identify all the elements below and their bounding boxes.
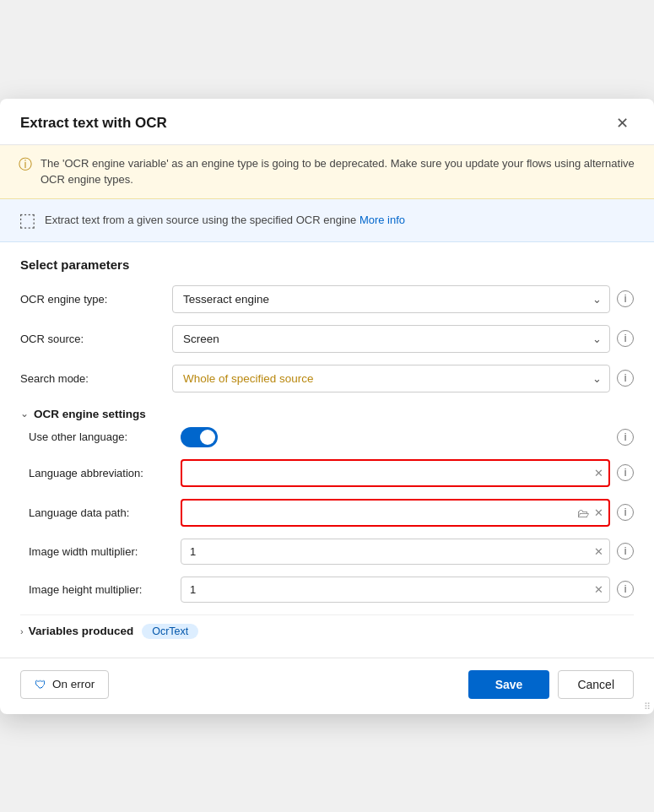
language-data-path-clear[interactable]: ✕: [592, 505, 605, 521]
shield-icon: 🛡: [35, 678, 46, 691]
language-abbreviation-info[interactable]: i: [617, 464, 634, 481]
ocr-source-row: OCR source: Screen Foreground window Ima…: [20, 325, 634, 353]
language-data-path-info[interactable]: i: [617, 504, 634, 521]
cancel-button[interactable]: Cancel: [558, 670, 634, 699]
close-button[interactable]: ✕: [611, 114, 634, 133]
ocr-engine-type-row: OCR engine type: Tesseract engine Window…: [20, 285, 634, 313]
ocr-engine-settings-title: OCR engine settings: [34, 408, 146, 420]
engine-settings-body: Use other language: i Language: [20, 427, 634, 603]
ocr-engine-type-info[interactable]: i: [617, 290, 634, 307]
language-abbreviation-label: Language abbreviation:: [29, 467, 181, 479]
language-data-path-wrapper: 🗁 ✕: [181, 499, 610, 527]
image-width-multiplier-input[interactable]: [181, 539, 610, 565]
image-height-multiplier-clear[interactable]: ✕: [592, 582, 605, 598]
search-mode-control: Whole of specified source Specific subre…: [172, 365, 634, 392]
variables-produced-header[interactable]: › Variables produced: [20, 625, 133, 637]
select-parameters-title: Select parameters: [20, 257, 634, 272]
language-data-path-row: Language data path: 🗁 ✕ i: [29, 499, 634, 527]
language-abbreviation-input[interactable]: [181, 459, 610, 487]
image-width-multiplier-control: ✕ i: [181, 539, 634, 565]
more-info-link[interactable]: More info: [359, 214, 405, 226]
image-height-multiplier-row: Image height multiplier: ✕ i: [29, 577, 634, 603]
info-banner: ⬚ Extract text from a given source using…: [0, 199, 654, 242]
extract-ocr-dialog: Extract text with OCR ✕ ⓘ The 'OCR engin…: [0, 99, 654, 714]
warning-text: The 'OCR engine variable' as an engine t…: [41, 155, 635, 188]
search-mode-select[interactable]: Whole of specified source Specific subre…: [172, 365, 610, 392]
save-button[interactable]: Save: [468, 670, 550, 699]
search-mode-select-wrapper: Whole of specified source Specific subre…: [172, 365, 610, 392]
path-icons: 🗁 ✕: [577, 505, 605, 521]
image-width-multiplier-row: Image width multiplier: ✕ i: [29, 539, 634, 565]
use-other-language-control: i: [181, 427, 634, 447]
on-error-label: On error: [52, 678, 95, 690]
language-abbreviation-wrapper: ✕: [181, 459, 610, 487]
info-text: Extract text from a given source using t…: [45, 214, 405, 226]
dialog-body: Select parameters OCR engine type: Tesse…: [0, 242, 654, 654]
ocr-source-select[interactable]: Screen Foreground window Image: [172, 325, 610, 353]
ocr-text-badge: OcrText: [142, 624, 198, 639]
ocr-engine-settings-section: ⌄ OCR engine settings Use other language…: [20, 404, 634, 603]
variables-arrow-icon: ›: [20, 626, 24, 636]
image-height-multiplier-wrapper: ✕: [181, 577, 610, 603]
image-width-multiplier-info[interactable]: i: [617, 543, 634, 560]
language-abbreviation-row: Language abbreviation: ✕ i: [29, 459, 634, 487]
image-height-multiplier-control: ✕ i: [181, 577, 634, 603]
image-width-multiplier-wrapper: ✕: [181, 539, 610, 565]
ocr-engine-type-label: OCR engine type:: [20, 293, 172, 306]
use-other-language-row: Use other language: i: [29, 427, 634, 447]
image-height-multiplier-info[interactable]: i: [617, 581, 634, 598]
footer-right-buttons: Save Cancel: [468, 670, 634, 699]
folder-browse-icon[interactable]: 🗁: [577, 506, 589, 519]
ocr-source-info[interactable]: i: [617, 330, 634, 347]
language-abbreviation-control: ✕ i: [181, 459, 634, 487]
ocr-icon: ⬚: [19, 209, 36, 231]
ocr-source-control: Screen Foreground window Image ⌄ i: [172, 325, 634, 353]
ocr-source-label: OCR source:: [20, 333, 172, 345]
resize-handle[interactable]: ⠿: [644, 701, 651, 712]
language-data-path-control: 🗁 ✕ i: [181, 499, 634, 527]
dialog-header: Extract text with OCR ✕: [0, 99, 654, 145]
language-data-path-label: Language data path:: [29, 506, 181, 519]
variables-produced-label: Variables produced: [29, 625, 134, 637]
variables-produced-row: › Variables produced OcrText: [20, 614, 634, 646]
on-error-button[interactable]: 🛡 On error: [20, 670, 109, 699]
search-mode-info[interactable]: i: [617, 370, 634, 387]
language-data-path-input[interactable]: [181, 499, 610, 527]
use-other-language-toggle[interactable]: [181, 427, 218, 447]
image-width-multiplier-label: Image width multiplier:: [29, 545, 181, 558]
image-height-multiplier-input[interactable]: [181, 577, 610, 603]
ocr-engine-type-select-wrapper: Tesseract engine Windows OCR engine OCR …: [172, 285, 610, 313]
dialog-title: Extract text with OCR: [20, 115, 167, 132]
warning-icon: ⓘ: [19, 156, 32, 174]
search-mode-label: Search mode:: [20, 372, 172, 385]
use-other-language-info[interactable]: i: [617, 429, 634, 446]
collapsible-arrow-icon: ⌄: [20, 408, 29, 420]
ocr-engine-type-select[interactable]: Tesseract engine Windows OCR engine OCR …: [172, 285, 610, 313]
image-width-multiplier-clear[interactable]: ✕: [592, 544, 605, 560]
search-mode-row: Search mode: Whole of specified source S…: [20, 365, 634, 392]
ocr-engine-settings-header[interactable]: ⌄ OCR engine settings: [20, 404, 634, 427]
ocr-engine-type-control: Tesseract engine Windows OCR engine OCR …: [172, 285, 634, 313]
dialog-footer: 🛡 On error Save Cancel: [0, 658, 654, 714]
image-height-multiplier-label: Image height multiplier:: [29, 583, 181, 596]
warning-banner: ⓘ The 'OCR engine variable' as an engine…: [0, 145, 654, 199]
language-abbreviation-clear[interactable]: ✕: [592, 465, 605, 481]
ocr-source-select-wrapper: Screen Foreground window Image ⌄: [172, 325, 610, 353]
use-other-language-label: Use other language:: [29, 430, 181, 443]
